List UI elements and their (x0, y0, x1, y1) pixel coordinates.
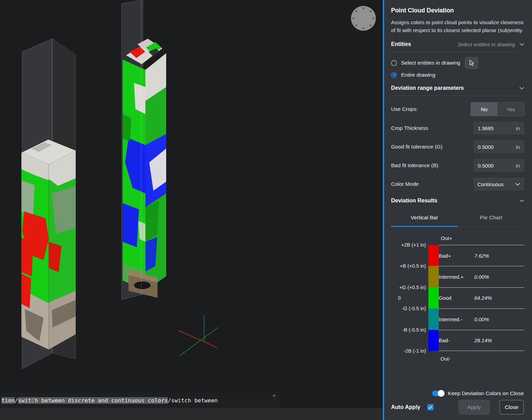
results-tabs: Vertical Bar Pie Chart (391, 209, 524, 227)
good-fit-label: Good fit tolerance (G) (391, 144, 443, 150)
command-text-hotkey: C (31, 397, 35, 404)
tick-label: -2B (-1 in) (404, 348, 426, 354)
deviation-results-header-label: Deviation Results (391, 198, 437, 204)
use-crops-no-option[interactable]: No (471, 103, 497, 116)
tick-label: -G (-0.5 in) (402, 306, 426, 311)
use-crops-row: Use Crops: No Yes (391, 102, 524, 116)
axis-indicator (179, 315, 218, 356)
radio-select-entities[interactable]: Select entities in drawing (391, 57, 524, 69)
color-mode-value: Continuous (477, 181, 504, 187)
bad-fit-unit: in (516, 163, 520, 169)
segment-swatch-intermed-plus (428, 266, 439, 287)
color-mode-dropdown[interactable]: Continuous (473, 178, 524, 191)
deviation-range-section-header[interactable]: Deviation range parameters (391, 85, 524, 96)
segment-percent: 7.62% (474, 253, 489, 259)
segment-swatch-bad-minus (428, 330, 439, 351)
cursor-arrow-icon (468, 59, 475, 66)
crop-thickness-value: 1.9685 (478, 125, 494, 131)
segment-name: Intermed.- (439, 316, 474, 322)
chart-segment-row: Good64.24% (428, 287, 524, 308)
segment-name: Bad+ (439, 253, 474, 259)
tab-pie-chart[interactable]: Pie Chart (458, 209, 524, 227)
command-text-highlight: h between discrete and continuous colors (35, 397, 168, 404)
command-text-highlight: tion (1, 397, 15, 404)
crop-thickness-row: Crop Thickness 1.9685 in (391, 122, 524, 135)
viewport-3d[interactable]: tion/switCh between discrete and continu… (0, 0, 383, 420)
command-text-highlight: swit (18, 397, 31, 404)
point-cloud-scene (0, 0, 383, 420)
tick-label: -B (-0.5 in) (402, 327, 426, 333)
tab-vertical-bar[interactable]: Vertical Bar (391, 209, 458, 227)
chevron-down-icon[interactable] (519, 43, 524, 46)
segment-swatch-intermed-minus (428, 308, 439, 330)
use-crops-toggle[interactable]: No Yes (471, 102, 524, 116)
keep-colors-toggle[interactable] (432, 391, 444, 396)
deviation-results-section-header[interactable]: Deviation Results (391, 198, 524, 204)
command-text: / (15, 397, 18, 404)
close-button[interactable]: Close (500, 400, 524, 414)
checkmark-icon (428, 405, 433, 409)
point-cloud-deviation-panel: Point Cloud Deviation Assigns colors to … (383, 0, 532, 420)
bad-fit-row: Bad fit tolerance (B) 0.5000 in (391, 159, 524, 172)
auto-apply-checkbox[interactable] (427, 404, 434, 410)
apply-button[interactable]: Apply (458, 400, 490, 415)
segment-swatch-bad-plus (428, 245, 439, 266)
chevron-down-icon[interactable] (519, 199, 524, 202)
radio-entire-drawing[interactable]: Entire drawing (391, 72, 524, 78)
panel-description: Assigns colors to point cloud points to … (391, 19, 524, 34)
deviation-range-header-label: Deviation range parameters (391, 85, 464, 91)
point-cloud-column-left (21, 140, 76, 350)
radio-selected-icon[interactable] (391, 72, 397, 78)
good-fit-unit: in (516, 144, 520, 150)
radio-select-entities-label: Select entities in drawing (401, 60, 460, 66)
tick-label: +B (+0.5 in) (400, 263, 426, 269)
segment-swatch-good (428, 287, 439, 308)
command-text: /switch between (168, 397, 218, 404)
chevron-down-icon (515, 183, 520, 186)
segment-name: Intermed.+ (439, 274, 474, 280)
entities-collapsed-hint: Select entities in drawing (458, 41, 515, 47)
segment-percent: 0.00% (474, 274, 489, 280)
segment-name: Good (439, 295, 474, 301)
deviation-vertical-bar-chart: Out+ +2B (+1 in) +B (+0.5 in) +G (+0.5 i… (391, 235, 524, 362)
chart-segment-row: Intermed.-0.00% (428, 308, 524, 330)
bad-fit-value: 0.5000 (478, 163, 494, 169)
chart-stacked-bar: Bad+7.62% Intermed.+0.00% Good64.24% Int… (428, 245, 524, 351)
segment-name: Bad- (439, 337, 474, 343)
radio-entire-drawing-label: Entire drawing (401, 72, 435, 78)
bad-fit-label: Bad fit tolerance (B) (391, 162, 438, 169)
good-fit-value: 0.5000 (478, 144, 494, 150)
segment-percent: 28.14% (474, 337, 492, 343)
tick-label: +2B (+1 in) (401, 242, 426, 248)
auto-apply-label: Auto Apply (391, 404, 420, 410)
tick-label-zero: 0 (398, 295, 401, 301)
entities-header-label: Entities (391, 41, 411, 47)
segment-percent: 0.00% (474, 316, 489, 322)
color-mode-label: Color Mode (391, 181, 419, 187)
segment-percent: 64.24% (474, 295, 492, 301)
chart-segment-row: Intermed.+0.00% (428, 266, 524, 287)
tick-label: +G (+0.5 in) (399, 285, 426, 290)
keep-colors-row: Keep Deviation Colors on Close (391, 390, 524, 397)
pick-entities-button[interactable] (465, 57, 478, 69)
entities-section-header[interactable]: Entities Select entities in drawing (391, 41, 524, 52)
good-fit-input[interactable]: 0.5000 in (473, 140, 524, 153)
panel-title: Point Cloud Deviation (391, 7, 524, 14)
panel-footer: Auto Apply Apply Close (391, 400, 524, 415)
command-line[interactable]: tion/switCh between discrete and continu… (0, 393, 280, 408)
good-fit-row: Good fit tolerance (G) 0.5000 in (391, 140, 524, 153)
crop-thickness-input[interactable]: 1.9685 in (473, 122, 524, 135)
chevron-down-icon[interactable] (519, 87, 524, 90)
chart-axis-ticks: +2B (+1 in) +B (+0.5 in) +G (+0.5 in) 0 … (391, 245, 428, 351)
keep-colors-label: Keep Deviation Colors on Close (448, 390, 524, 397)
use-crops-label: Use Crops: (391, 106, 418, 112)
command-history-expander[interactable]: ^ (273, 394, 276, 400)
chart-segment-row: Bad-28.14% (428, 330, 524, 351)
use-crops-yes-option[interactable]: Yes (497, 103, 524, 116)
color-mode-row: Color Mode Continuous (391, 178, 524, 191)
status-strip (0, 408, 383, 420)
out-minus-label: Out- (440, 356, 524, 362)
radio-unselected-icon[interactable] (391, 60, 397, 66)
navigation-compass[interactable] (350, 5, 377, 31)
bad-fit-input[interactable]: 0.5000 in (473, 159, 524, 172)
